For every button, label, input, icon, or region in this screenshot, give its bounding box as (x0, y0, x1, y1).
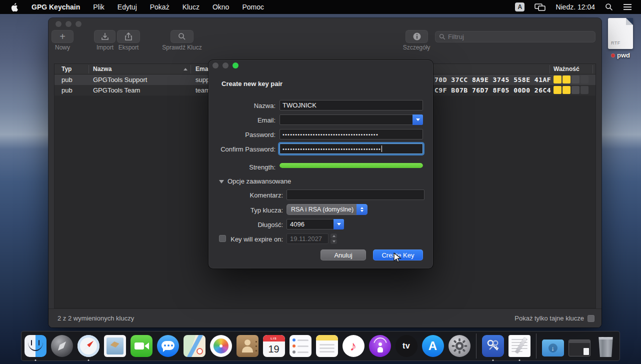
new-key-button[interactable]: + (52, 30, 74, 43)
advanced-options-label[interactable]: Opcje zaawansowane (228, 178, 291, 185)
stepper-down-icon[interactable] (330, 239, 337, 244)
import-icon (100, 32, 110, 42)
desktop-file-pwd[interactable]: RTF pwd (602, 18, 640, 59)
export-button[interactable] (117, 30, 140, 43)
stepper-up-icon[interactable] (330, 234, 337, 238)
chevron-down-icon (337, 223, 341, 226)
dock-item-app-store[interactable]: A (421, 334, 445, 358)
key-type-popup[interactable]: RSA i RSA (domyślne) (286, 204, 368, 215)
dock-item-safari[interactable] (76, 334, 100, 358)
column-divider[interactable] (190, 65, 191, 74)
dialog-minimize-button[interactable] (222, 62, 228, 68)
expire-label: Key will expire on: (208, 236, 283, 243)
input-source-icon[interactable]: A (515, 2, 524, 12)
menu-item-pomoc[interactable]: Pomoc (242, 3, 264, 11)
name-input[interactable]: TWOJNICK (280, 100, 423, 110)
filter-placeholder: Filtruj (448, 33, 464, 40)
dock-item-launchpad[interactable] (50, 334, 74, 358)
menu-item-edytuj[interactable]: Edytuj (118, 3, 137, 11)
column-divider[interactable] (550, 65, 550, 74)
cell-email: team (196, 86, 210, 94)
show-secret-keys-checkbox[interactable] (588, 315, 594, 322)
safari-icon (78, 335, 100, 357)
dock-item-tv[interactable]: tv (394, 334, 418, 358)
validity-square (562, 76, 570, 84)
length-combobox[interactable]: 4096 (286, 219, 344, 230)
contacts-icon (236, 335, 258, 357)
column-divider[interactable] (592, 65, 593, 74)
password-input[interactable]: •••••••••••••••••••••••••••••••••••••• (280, 129, 423, 140)
length-dropdown-button[interactable] (334, 219, 344, 230)
export-label: Eksport (118, 44, 139, 51)
dock-item-gpg-keychain[interactable] (481, 334, 505, 358)
comment-input[interactable] (286, 190, 424, 200)
spotlight-search-icon[interactable] (605, 3, 613, 11)
dock-item-notes[interactable] (315, 334, 339, 358)
import-button[interactable] (94, 30, 116, 43)
expire-date-field[interactable]: 19.11.2027 (286, 234, 328, 244)
zoom-button[interactable] (76, 21, 82, 27)
info-icon (412, 32, 422, 42)
dialog-close-button[interactable] (212, 62, 218, 68)
email-combobox[interactable] (280, 114, 423, 125)
dock-item-photos[interactable] (209, 334, 233, 358)
dock-item-downloads[interactable]: ↓ (541, 334, 565, 358)
dock-item-facetime[interactable] (130, 334, 154, 358)
menu-item-plik[interactable]: Plik (93, 3, 104, 11)
column-header-waznosc[interactable]: Ważność (554, 66, 580, 72)
column-header-nazwa[interactable]: Nazwa (93, 66, 112, 72)
disclosure-triangle-icon[interactable] (219, 180, 224, 184)
music-note-glyph: ♪ (350, 340, 357, 353)
apple-menu-icon[interactable] (11, 3, 18, 12)
dock-item-trash[interactable] (594, 334, 618, 358)
dialog-zoom-button[interactable] (232, 62, 238, 68)
dock-item-podcasts[interactable] (368, 334, 392, 358)
notification-center-icon[interactable] (623, 4, 632, 10)
document-fold (626, 18, 633, 25)
minimize-button[interactable] (66, 21, 72, 27)
details-button[interactable] (406, 30, 428, 43)
dock-item-messages[interactable] (156, 334, 180, 358)
cancel-button[interactable]: Anuluj (320, 250, 366, 260)
menu-app-name[interactable]: GPG Keychain (32, 3, 80, 11)
calendar-day: 19 (263, 342, 285, 357)
dock-item-finder[interactable] (24, 334, 48, 358)
dock-item-minimized-window[interactable] (568, 334, 592, 358)
close-button[interactable] (56, 21, 62, 27)
email-dropdown-button[interactable] (412, 114, 423, 125)
gear-icon (448, 335, 470, 357)
dock-item-reminders[interactable] (288, 334, 312, 358)
downloads-folder-icon: ↓ (542, 340, 564, 356)
validity-square (562, 86, 570, 94)
date-stepper[interactable] (330, 234, 337, 244)
menu-item-okno[interactable]: Okno (212, 3, 229, 11)
reminders-icon (290, 335, 312, 357)
dock-item-textedit[interactable] (508, 334, 532, 358)
dock-item-contacts[interactable] (236, 334, 260, 358)
screen-mirroring-icon[interactable] (534, 4, 546, 11)
filter-search-field[interactable]: Filtruj (435, 31, 596, 42)
column-header-typ[interactable]: Typ (62, 66, 72, 72)
length-label: Długość: (208, 221, 283, 228)
dock-item-calendar[interactable]: LIS19 (262, 334, 286, 358)
details-label: Szczegóły (403, 44, 430, 51)
dock-item-music[interactable]: ♪ (342, 334, 366, 358)
confirm-password-input[interactable]: ••••••••••••••••••••••••••••••••••••••• (280, 144, 423, 154)
column-divider[interactable] (88, 65, 89, 74)
email-label: Email: (208, 116, 276, 124)
validity-square (554, 76, 562, 84)
podcasts-icon (369, 335, 391, 357)
menu-item-pokaz[interactable]: Pokaż (150, 3, 170, 11)
desktop-file-label: pwd (617, 52, 630, 59)
cell-typ: pub (62, 76, 72, 84)
menu-item-klucz[interactable]: Klucz (182, 3, 200, 11)
document-type-text: RTF (611, 40, 620, 46)
lookup-key-button[interactable] (170, 30, 194, 43)
menu-clock[interactable]: Niedz. 12:04 (556, 3, 595, 11)
menu-bar: GPG Keychain Plik Edytuj Pokaż Klucz Okn… (0, 0, 641, 14)
dock-item-mail[interactable] (103, 334, 127, 358)
dock-item-system-preferences[interactable] (448, 334, 472, 358)
dock-item-maps[interactable] (182, 334, 206, 358)
chevron-down-icon (416, 118, 420, 121)
text-caret (382, 146, 382, 152)
